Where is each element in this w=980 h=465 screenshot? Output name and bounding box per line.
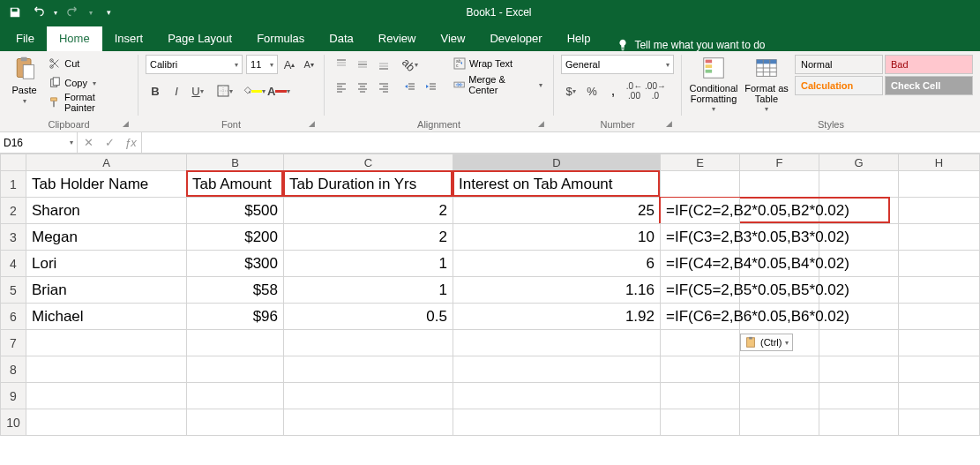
- cell-B1[interactable]: Tab Amount: [187, 171, 284, 198]
- cell-A9[interactable]: [26, 383, 187, 409]
- style-bad[interactable]: Bad: [885, 55, 973, 74]
- align-right-button[interactable]: [374, 78, 393, 97]
- cell-C2[interactable]: 2: [284, 198, 453, 224]
- cell-D6[interactable]: 1.92: [453, 304, 661, 330]
- wrap-text-button[interactable]: abcWrap Text: [450, 55, 546, 72]
- row-header-1[interactable]: 1: [0, 171, 26, 198]
- column-header-B[interactable]: B: [187, 154, 284, 171]
- cell-B7[interactable]: [187, 330, 284, 356]
- redo-button[interactable]: [64, 3, 83, 22]
- enter-formula-button[interactable]: ✓: [99, 136, 120, 149]
- percent-format-button[interactable]: %: [582, 81, 602, 101]
- cell-G8[interactable]: [819, 356, 899, 383]
- cell-H10[interactable]: [899, 409, 980, 436]
- select-all-corner[interactable]: [0, 154, 26, 171]
- cancel-formula-button[interactable]: ✕: [78, 136, 99, 149]
- row-header-2[interactable]: 2: [0, 198, 26, 224]
- formula-input[interactable]: [142, 132, 980, 153]
- cell-F10[interactable]: [740, 409, 819, 436]
- column-header-G[interactable]: G: [819, 154, 899, 171]
- number-format-combo[interactable]: General▾: [561, 55, 674, 74]
- tab-developer[interactable]: Developer: [477, 26, 554, 51]
- cell-C3[interactable]: 2: [284, 224, 453, 251]
- cell-A2[interactable]: Sharon: [26, 198, 187, 224]
- cell-H4[interactable]: [899, 251, 980, 277]
- cell-A10[interactable]: [26, 409, 187, 436]
- name-box[interactable]: D16▾: [0, 132, 78, 153]
- comma-format-button[interactable]: ,: [603, 81, 623, 101]
- tab-insert[interactable]: Insert: [102, 26, 156, 51]
- format-painter-button[interactable]: Format Painter: [45, 94, 131, 111]
- column-header-C[interactable]: C: [284, 154, 453, 171]
- cell-B10[interactable]: [187, 409, 284, 436]
- cell-D9[interactable]: [453, 383, 661, 409]
- tell-me-search[interactable]: Tell me what you want to do: [608, 39, 774, 51]
- increase-indent-button[interactable]: [422, 78, 441, 97]
- tab-view[interactable]: View: [428, 26, 477, 51]
- cell-D3[interactable]: 10: [453, 224, 661, 251]
- worksheet-grid[interactable]: ABCDEFGH 1Tab Holder NameTab AmountTab D…: [0, 154, 980, 436]
- orientation-button[interactable]: ab▾: [400, 55, 420, 74]
- cell-E4[interactable]: =IF(C4=2,B4*0.05,B4*0.02): [661, 251, 740, 277]
- row-header-3[interactable]: 3: [0, 224, 26, 251]
- cell-D2[interactable]: 25: [453, 198, 661, 224]
- cell-A7[interactable]: [26, 330, 187, 356]
- column-header-D[interactable]: D: [453, 154, 661, 171]
- tab-formulas[interactable]: Formulas: [244, 26, 317, 51]
- cell-D7[interactable]: [453, 330, 661, 356]
- style-check-cell[interactable]: Check Cell: [885, 76, 973, 95]
- clipboard-launcher[interactable]: ◢: [120, 119, 131, 130]
- align-left-button[interactable]: [332, 78, 351, 97]
- row-header-4[interactable]: 4: [0, 251, 26, 277]
- cell-B9[interactable]: [187, 383, 284, 409]
- insert-function-button[interactable]: ƒx: [120, 136, 141, 149]
- cell-E3[interactable]: =IF(C3=2,B3*0.05,B3*0.02): [661, 224, 740, 251]
- align-center-button[interactable]: [353, 78, 372, 97]
- cell-H7[interactable]: [899, 330, 980, 356]
- cell-E9[interactable]: [661, 383, 740, 409]
- paste-button[interactable]: Paste ▾: [7, 55, 41, 111]
- cell-A3[interactable]: Megan: [26, 224, 187, 251]
- undo-dropdown[interactable]: ▾: [51, 3, 60, 22]
- cell-C7[interactable]: [284, 330, 453, 356]
- fill-color-button[interactable]: ▾: [243, 81, 266, 101]
- cell-B6[interactable]: $96: [187, 304, 284, 330]
- decrease-font-button[interactable]: A▾: [301, 55, 317, 74]
- cell-E7[interactable]: [661, 330, 740, 356]
- cut-button[interactable]: Cut: [45, 55, 131, 72]
- row-header-7[interactable]: 7: [0, 330, 26, 356]
- cell-D5[interactable]: 1.16: [453, 277, 661, 304]
- cell-E1[interactable]: [661, 171, 740, 198]
- row-header-10[interactable]: 10: [0, 409, 26, 436]
- cell-E10[interactable]: [661, 409, 740, 436]
- cell-H2[interactable]: [899, 198, 980, 224]
- row-header-9[interactable]: 9: [0, 383, 26, 409]
- column-header-F[interactable]: F: [740, 154, 819, 171]
- cell-C4[interactable]: 1: [284, 251, 453, 277]
- tab-help[interactable]: Help: [555, 26, 603, 51]
- increase-font-button[interactable]: A▴: [281, 55, 297, 74]
- cell-B5[interactable]: $58: [187, 277, 284, 304]
- column-header-E[interactable]: E: [661, 154, 740, 171]
- font-launcher[interactable]: ◢: [306, 119, 317, 130]
- cell-B3[interactable]: $200: [187, 224, 284, 251]
- cell-A4[interactable]: Lori: [26, 251, 187, 277]
- cell-D10[interactable]: [453, 409, 661, 436]
- align-top-button[interactable]: [332, 55, 351, 74]
- tab-home[interactable]: Home: [47, 26, 102, 51]
- underline-button[interactable]: U▾: [188, 81, 207, 101]
- cell-G10[interactable]: [819, 409, 899, 436]
- tab-data[interactable]: Data: [317, 26, 365, 51]
- bold-button[interactable]: B: [146, 81, 165, 101]
- cell-H3[interactable]: [899, 224, 980, 251]
- cell-styles-gallery[interactable]: Normal Bad Calculation Check Cell: [795, 55, 973, 114]
- merge-center-button[interactable]: Merge & Center▾: [450, 76, 546, 94]
- cell-D8[interactable]: [453, 356, 661, 383]
- cell-H9[interactable]: [899, 383, 980, 409]
- cell-B4[interactable]: $300: [187, 251, 284, 277]
- font-color-button[interactable]: A▾: [267, 81, 290, 101]
- cell-C8[interactable]: [284, 356, 453, 383]
- row-header-8[interactable]: 8: [0, 356, 26, 383]
- alignment-launcher[interactable]: ◢: [535, 119, 546, 130]
- tab-page-layout[interactable]: Page Layout: [155, 26, 244, 51]
